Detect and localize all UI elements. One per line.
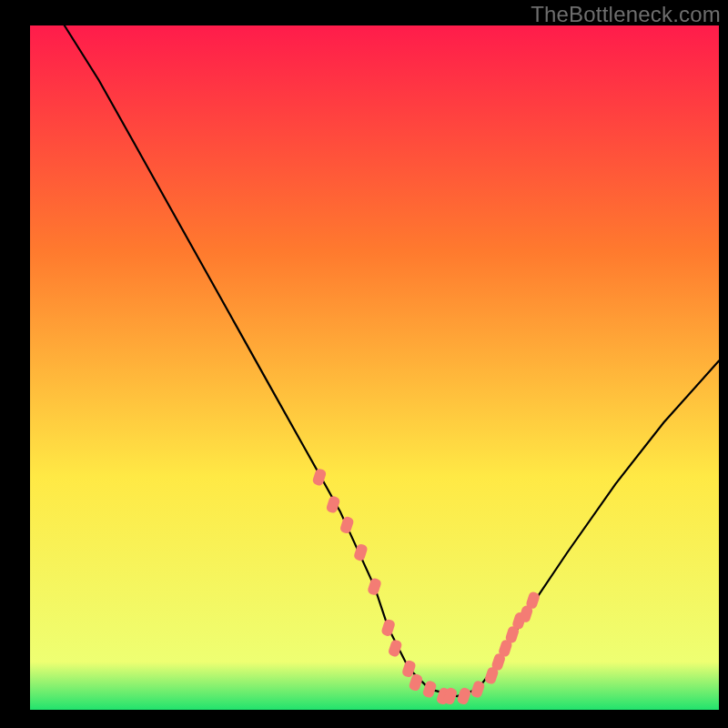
bottleneck-chart (0, 0, 728, 728)
plot-area (30, 25, 719, 710)
chart-container: TheBottleneck.com (0, 0, 728, 728)
watermark-text: TheBottleneck.com (531, 2, 721, 27)
